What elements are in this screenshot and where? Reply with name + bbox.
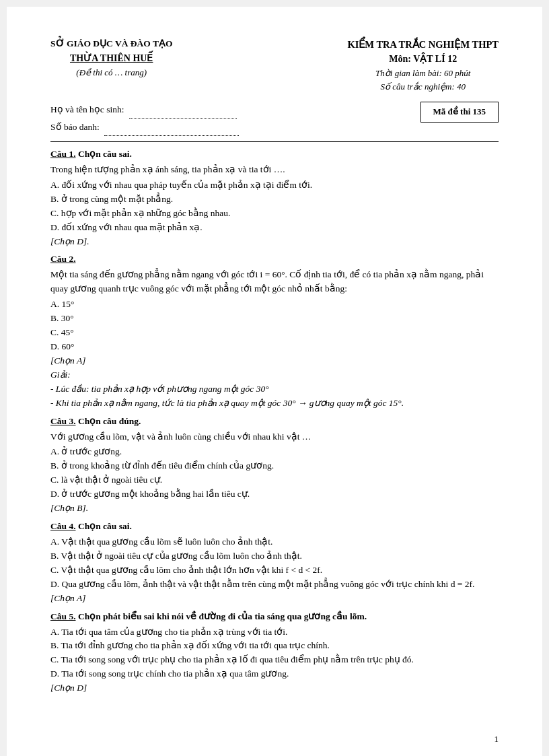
q4-answer: [Chọn A] — [50, 592, 499, 606]
student-info: Họ và tên học sinh: Số báo danh: Mã đề t… — [50, 102, 499, 136]
q2-explanation: Giải: - Lúc đầu: tia phản xạ hợp với phư… — [50, 368, 499, 411]
question-2: Câu 2. Một tia sáng đến gương phẳng nằm … — [50, 252, 499, 410]
q4-optC: C. Vật thật qua gương cầu lõm cho ảnh th… — [50, 563, 499, 578]
q2-optD: D. 60° — [50, 340, 499, 354]
q3-optD: D. ở trước gương một khoảng bằng hai lần… — [50, 487, 499, 502]
org-name: SỞ GIÁO DỤC VÀ ĐÀO TẠO — [50, 37, 172, 51]
q2-optB: B. 30° — [50, 312, 499, 326]
header-left: SỞ GIÁO DỤC VÀ ĐÀO TẠO THỪA THIÊN HUẾ (Đ… — [50, 37, 172, 94]
name-field: Họ và tên học sinh: — [50, 102, 239, 118]
q4-optD: D. Qua gương cầu lõm, ảnh thật và vật th… — [50, 578, 499, 592]
q2-body: Một tia sáng đến gương phẳng nằm ngang v… — [50, 268, 499, 296]
q2-optC: C. 45° — [50, 326, 499, 340]
question-1: Câu 1. Chọn câu sai. Trong hiện tượng ph… — [50, 147, 499, 248]
q3-title: Câu 3. Chọn câu đúng. — [50, 415, 499, 429]
header-divider — [50, 141, 499, 142]
exam-pages-info: (Đề thi có … trang) — [50, 66, 172, 79]
q1-optB: B. ở trong cùng một mặt phẳng. — [50, 193, 499, 207]
q1-optC: C. hợp với mặt phản xạ những góc bằng nh… — [50, 207, 499, 221]
q4-title: Câu 4. Chọn câu sai. — [50, 520, 499, 534]
q3-answer: [Chọn B]. — [50, 502, 499, 516]
question-4: Câu 4. Chọn câu sai. A. Vật thật qua gươ… — [50, 520, 499, 606]
questions-section: Câu 1. Chọn câu sai. Trong hiện tượng ph… — [50, 147, 499, 695]
q3-optB: B. ở trong khoảng từ đỉnh đến tiêu điểm … — [50, 459, 499, 473]
q3-optC: C. là vật thật ở ngoài tiêu cự. — [50, 473, 499, 487]
q1-body: Trong hiện tượng phản xạ ánh sáng, tia p… — [50, 163, 499, 177]
exam-code-box: Mã đề thi 135 — [420, 102, 499, 122]
q3-body: Với gương cầu lõm, vật và ảnh luôn cùng … — [50, 430, 499, 444]
question-count: Số câu trắc nghiệm: 40 — [347, 80, 499, 94]
institution-name: THỪA THIÊN HUẾ — [50, 51, 172, 66]
q5-title: Câu 5. Chọn phát biểu sai khi nói về đườ… — [50, 610, 499, 624]
q2-answer: [Chọn A] — [50, 354, 499, 368]
exam-page: SỞ GIÁO DỤC VÀ ĐÀO TẠO THỪA THIÊN HUẾ (Đ… — [7, 7, 542, 756]
q1-optA: A. đối xứng với nhau qua pháp tuyến của … — [50, 178, 499, 193]
q5-answer: [Chọn D] — [50, 681, 499, 695]
question-5: Câu 5. Chọn phát biểu sai khi nói về đườ… — [50, 610, 499, 696]
q2-optA: A. 15° — [50, 298, 499, 312]
header: SỞ GIÁO DỤC VÀ ĐÀO TẠO THỪA THIÊN HUẾ (Đ… — [50, 37, 499, 94]
q5-optB: B. Tia tới đỉnh gương cho tia phản xạ đố… — [50, 639, 499, 653]
q5-optA: A. Tia tới qua tâm của gương cho tia phả… — [50, 625, 499, 640]
q5-optD: D. Tia tới song song trục chính cho tia … — [50, 667, 499, 681]
q1-answer: [Chọn D]. — [50, 235, 499, 249]
q1-title: Câu 1. Chọn câu sai. — [50, 147, 499, 162]
student-fields: Họ và tên học sinh: Số báo danh: — [50, 102, 239, 136]
exam-time: Thời gian làm bài: 60 phút — [347, 67, 499, 80]
q2-title: Câu 2. — [50, 252, 499, 267]
exam-title: KIỂM TRA TRẮC NGHIỆM THPT — [347, 37, 499, 52]
q3-optA: A. ở trước gương. — [50, 445, 499, 459]
q4-optA: A. Vật thật qua gương cầu lõm sẽ luôn lu… — [50, 535, 499, 549]
q4-optB: B. Vật thật ở ngoài tiêu cự của gương cầ… — [50, 549, 499, 563]
page-number: 1 — [495, 732, 499, 746]
question-3: Câu 3. Chọn câu đúng. Với gương cầu lõm,… — [50, 415, 499, 516]
id-field: Số báo danh: — [50, 119, 239, 136]
q5-optC: C. Tia tới song song với trục phụ cho ti… — [50, 653, 499, 667]
header-right: KIỂM TRA TRẮC NGHIỆM THPT Môn: VẬT LÍ 12… — [347, 37, 499, 94]
subject: Môn: VẬT LÍ 12 — [347, 52, 499, 67]
q1-optD: D. đối xứng với nhau qua mặt phản xạ. — [50, 221, 499, 235]
